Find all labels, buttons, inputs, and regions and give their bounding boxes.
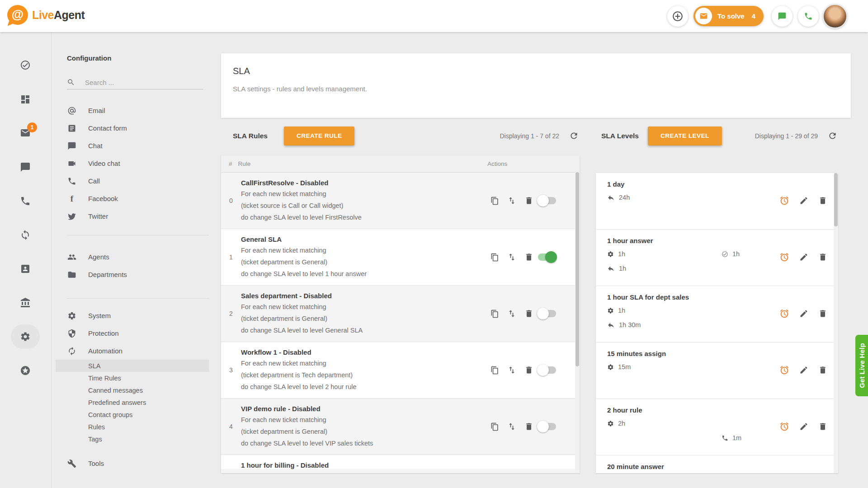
rule-title: Workflow 1 - Disabled (241, 347, 491, 357)
alarm-clock-icon[interactable] (779, 309, 789, 319)
sla-rule-row: 2Sales department - DisabledFor each new… (221, 286, 580, 342)
sidebar-item-call[interactable]: Call (51, 172, 221, 190)
sidebar-item-automation[interactable]: Automation (51, 342, 221, 360)
sidebar-item-protection[interactable]: Protection (51, 324, 221, 342)
delete-level-icon[interactable] (818, 309, 827, 318)
copy-rule-icon[interactable] (491, 310, 499, 318)
copy-rule-icon[interactable] (491, 197, 499, 205)
sidebar-item-label: Rules (88, 423, 105, 431)
search-input[interactable]: Search ... (67, 75, 203, 89)
reorder-rule-icon[interactable] (507, 422, 516, 431)
scrollbar-thumb[interactable] (576, 172, 579, 366)
delete-rule-icon[interactable] (524, 196, 533, 205)
level-title: 2 hour rule (607, 404, 838, 416)
star-circle-icon (20, 365, 31, 376)
rail-item-dashboard[interactable] (14, 89, 36, 110)
sidebar-item-agents[interactable]: Agents (51, 248, 221, 266)
sidebar-item-time-rules[interactable]: Time Rules (51, 372, 221, 384)
delete-level-icon[interactable] (818, 366, 827, 375)
get-live-help-label: Get Live Help (858, 343, 866, 388)
to-solve-button[interactable]: To solve 4 (693, 6, 764, 26)
sidebar-item-email[interactable]: Email (51, 102, 221, 119)
alarm-clock-icon[interactable] (779, 252, 789, 262)
edit-level-icon[interactable] (799, 253, 808, 262)
gear-icon (67, 311, 77, 320)
alarm-clock-icon[interactable] (779, 422, 789, 432)
delete-level-icon[interactable] (818, 253, 827, 262)
rail-item-contacts[interactable] (14, 258, 36, 280)
user-avatar[interactable] (823, 4, 847, 28)
create-level-button[interactable]: CREATE LEVEL (648, 127, 722, 145)
rule-enabled-toggle[interactable] (537, 251, 557, 263)
rail-item-calls[interactable] (14, 190, 36, 212)
copy-rule-icon[interactable] (491, 422, 499, 431)
sidebar-item-label: Departments (88, 271, 127, 278)
sidebar-item-label: Predefined answers (88, 399, 146, 406)
sla-rule-row: 3Workflow 1 - DisabledFor each new ticke… (221, 342, 580, 399)
rail-item-settings[interactable] (11, 324, 40, 349)
reorder-rule-icon[interactable] (507, 366, 516, 375)
sidebar-item-video-chat[interactable]: Video chat (51, 155, 221, 172)
call-status-button[interactable] (798, 6, 819, 27)
rule-enabled-toggle[interactable] (537, 308, 557, 319)
rules-vertical-scrollbar[interactable] (575, 172, 580, 473)
sidebar-item-contact-form[interactable]: Contact form (51, 119, 221, 137)
rules-horizontal-scrollbar[interactable] (221, 469, 575, 473)
sidebar-item-predefined-answers[interactable]: Predefined answers (51, 396, 221, 408)
delete-rule-icon[interactable] (524, 309, 533, 318)
rail-item-gamification[interactable] (14, 360, 36, 381)
liveagent-app: @ LiveAgent To solve 4 (0, 0, 868, 488)
refresh-levels-icon[interactable] (828, 131, 837, 141)
sidebar-item-tools[interactable]: Tools (51, 455, 221, 472)
reorder-rule-icon[interactable] (507, 309, 516, 318)
sidebar-item-departments[interactable]: Departments (51, 266, 221, 283)
edit-level-icon[interactable] (799, 366, 808, 375)
delete-level-icon[interactable] (818, 422, 827, 431)
delete-level-icon[interactable] (818, 196, 827, 205)
alarm-clock-icon[interactable] (779, 365, 789, 375)
rule-title: VIP demo rule - Disabled (241, 404, 491, 414)
rail-item-sync[interactable] (14, 224, 36, 246)
rail-item-mail[interactable]: 1 (14, 122, 36, 144)
level-actions (779, 252, 827, 262)
delete-rule-icon[interactable] (524, 422, 533, 431)
levels-vertical-scrollbar[interactable] (834, 173, 838, 473)
chat-status-button[interactable] (772, 6, 793, 27)
rule-enabled-toggle[interactable] (537, 195, 557, 206)
delete-rule-icon[interactable] (524, 366, 533, 375)
rail-item-tickets[interactable] (14, 54, 36, 76)
create-rule-button[interactable]: CREATE RULE (284, 127, 355, 145)
sidebar-item-sla[interactable]: SLA (56, 360, 209, 372)
liveagent-logo[interactable]: @ LiveAgent (7, 5, 85, 25)
copy-rule-icon[interactable] (491, 253, 499, 262)
sidebar-item-contact-groups[interactable]: Contact groups (51, 408, 221, 421)
refresh-rules-icon[interactable] (569, 131, 579, 141)
reorder-rule-icon[interactable] (507, 253, 516, 262)
sync-icon (20, 230, 31, 240)
rule-enabled-toggle[interactable] (537, 421, 557, 432)
edit-level-icon[interactable] (799, 422, 808, 431)
sidebar-item-tags[interactable]: Tags (51, 433, 221, 445)
alarm-clock-icon[interactable] (779, 196, 789, 206)
reorder-rule-icon[interactable] (507, 196, 516, 205)
rail-item-chats[interactable] (14, 156, 36, 178)
sidebar-item-facebook[interactable]: fFacebook (51, 190, 221, 207)
rules-rows: 0CallFirstResolve - DisabledFor each new… (221, 173, 580, 473)
sidebar-item-label: Chat (88, 142, 103, 150)
edit-level-icon[interactable] (799, 309, 808, 318)
level-time-value: 1h (618, 307, 625, 314)
sidebar-item-system[interactable]: System (51, 307, 221, 324)
rule-line: (ticket department is Tech department) (241, 369, 491, 381)
sidebar-item-rules[interactable]: Rules (51, 421, 221, 433)
rule-enabled-toggle[interactable] (537, 364, 557, 376)
sidebar-item-twitter[interactable]: Twitter (51, 207, 221, 225)
rail-item-billing[interactable] (14, 292, 36, 314)
sidebar-item-canned-messages[interactable]: Canned messages (51, 384, 221, 396)
scrollbar-thumb[interactable] (834, 173, 838, 226)
copy-rule-icon[interactable] (491, 366, 499, 375)
get-live-help-tab[interactable]: Get Live Help (855, 335, 868, 396)
sidebar-item-chat[interactable]: Chat (51, 137, 221, 155)
delete-rule-icon[interactable] (524, 253, 533, 262)
add-button[interactable] (667, 6, 688, 27)
edit-level-icon[interactable] (799, 196, 808, 205)
